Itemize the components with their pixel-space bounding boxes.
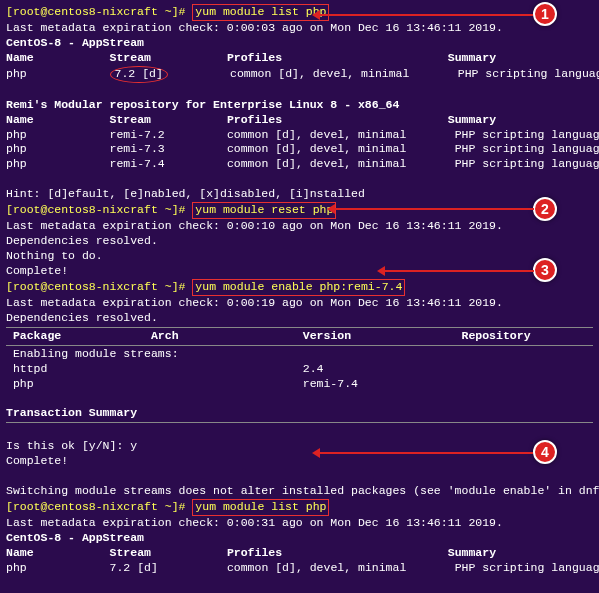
cmd3: yum module enable php:remi-7.4 — [192, 279, 405, 296]
arrow-1 — [315, 14, 533, 16]
repo-appstream: CentOS-8 - AppStream — [6, 36, 593, 51]
prompt-line-1: [root@centos8-nixcraft ~]# yum module li… — [6, 4, 593, 21]
callout-2: 2 — [533, 197, 557, 221]
stream-php: php remi-7.4 — [6, 377, 593, 392]
remi-row-1: php remi-7.3 common [d], devel, minimal … — [6, 142, 593, 157]
prompt-line-4: [root@centos8-nixcraft ~]# yum module li… — [6, 499, 593, 516]
repo-appstream-2: CentOS-8 - AppStream — [6, 531, 593, 546]
nothing-to-do: Nothing to do. — [6, 249, 593, 264]
remi-row-0: php remi-7.2 common [d], devel, minimal … — [6, 128, 593, 143]
prompt-line-3: [root@centos8-nixcraft ~]# yum module en… — [6, 279, 593, 296]
appstream-row: php 7.2 [d] common [d], devel, minimal P… — [6, 66, 593, 83]
arrow-2 — [330, 208, 534, 210]
complete-2: Complete! — [6, 454, 593, 469]
stream-httpd: httpd 2.4 — [6, 362, 593, 377]
prompt-line-2: [root@centos8-nixcraft ~]# yum module re… — [6, 202, 593, 219]
dep-resolved-2: Dependencies resolved. — [6, 311, 593, 326]
callout-4: 4 — [533, 440, 557, 464]
trans-sum: Transaction Summary — [6, 406, 593, 421]
cmd2: yum module reset php — [192, 202, 336, 219]
switch-note: Switching module streams does not alter … — [6, 484, 593, 499]
meta2: Last metadata expiration check: 0:00:10 … — [6, 219, 593, 234]
module-header-remi: Name Stream Profiles Summary — [6, 113, 593, 128]
meta3: Last metadata expiration check: 0:00:19 … — [6, 296, 593, 311]
appstream-row-2: php 7.2 [d] common [d], devel, minimal P… — [6, 561, 593, 576]
meta1: Last metadata expiration check: 0:00:03 … — [6, 21, 593, 36]
hint: Hint: [d]efault, [e]nabled, [x]disabled,… — [6, 187, 593, 202]
cmd4: yum module list php — [192, 499, 329, 516]
module-header: Name Stream Profiles Summary — [6, 51, 593, 66]
remi-row-2: php remi-7.4 common [d], devel, minimal … — [6, 157, 593, 172]
pkg-header: Package Arch Version Repository Size — [6, 329, 593, 344]
dep-resolved-1: Dependencies resolved. — [6, 234, 593, 249]
meta4: Last metadata expiration check: 0:00:31 … — [6, 516, 593, 531]
module-header-2: Name Stream Profiles Summary — [6, 546, 593, 561]
callout-3: 3 — [533, 258, 557, 282]
callout-1: 1 — [533, 2, 557, 26]
repo-remi: Remi's Modular repository for Enterprise… — [6, 98, 593, 113]
arrow-4 — [315, 452, 533, 454]
enabling: Enabling module streams: — [6, 347, 593, 362]
arrow-3 — [380, 270, 534, 272]
